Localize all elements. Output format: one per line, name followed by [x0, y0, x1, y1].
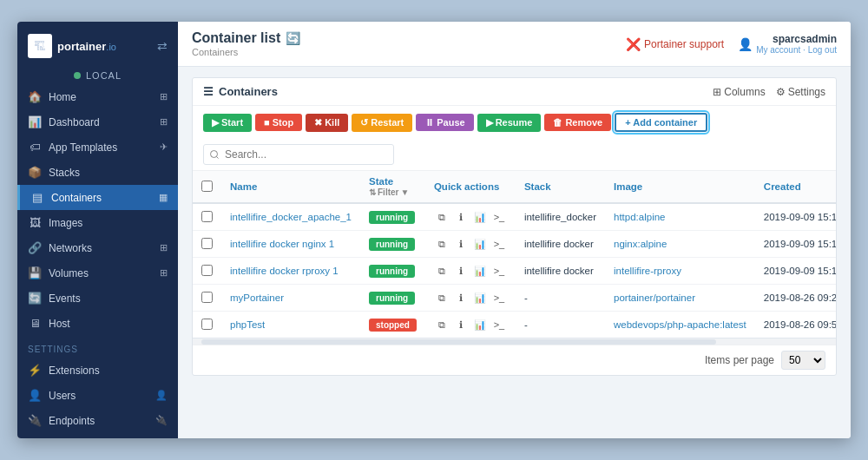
sidebar: 🏗 portainer.io ⇄ LOCAL 🏠 Home ⊞ 📊 Dashbo…	[17, 22, 178, 438]
info-icon[interactable]: ℹ	[453, 209, 469, 225]
container-name-link[interactable]: phpTest	[230, 319, 265, 330]
sidebar-item-stacks[interactable]: 📦 Stacks	[17, 160, 178, 185]
columns-button[interactable]: ⊞ Columns	[713, 86, 765, 98]
sidebar-item-registries[interactable]: 📋 Registries ▦	[17, 433, 178, 438]
row-quick-actions: ⧉ ℹ 📊 >_	[425, 203, 516, 231]
table-row: intellifire_docker_apache_1 running ⧉ ℹ …	[193, 203, 836, 231]
row-checkbox[interactable]	[201, 265, 213, 276]
sidebar-item-containers[interactable]: ▤ Containers ▦	[17, 185, 178, 210]
stats-icon[interactable]: 📊	[472, 209, 488, 225]
stats-icon[interactable]: 📊	[472, 236, 488, 252]
content-area: ☰ Containers ⊞ Columns ⚙ Settings	[178, 67, 851, 438]
row-created: 2019-08-26 09:21:	[755, 285, 836, 312]
image-link[interactable]: httpd:alpine	[614, 212, 665, 222]
row-state: running	[360, 285, 425, 312]
row-checkbox[interactable]	[201, 292, 213, 303]
stop-button[interactable]: ■ Stop	[255, 114, 302, 131]
sidebar-toggle-icon[interactable]: ⇄	[157, 39, 168, 53]
row-checkbox[interactable]	[201, 319, 213, 330]
pause-icon: ⏸	[424, 117, 434, 128]
container-name-link[interactable]: intellifire docker rproxy 1	[230, 266, 339, 276]
sidebar-item-users[interactable]: 👤 Users 👤	[17, 383, 178, 408]
my-account-text[interactable]: My account	[756, 45, 800, 55]
kill-button[interactable]: ✖ Kill	[306, 114, 348, 132]
stats-icon[interactable]: 📊	[472, 317, 488, 332]
support-button[interactable]: ❌ Portainer support	[626, 37, 724, 51]
restart-button[interactable]: ↺ Restart	[352, 114, 412, 132]
row-checkbox-cell	[193, 203, 221, 231]
search-input[interactable]	[203, 144, 394, 165]
sidebar-item-images[interactable]: 🖼 Images	[17, 210, 178, 235]
row-created: 2019-08-26 09:59	[755, 312, 836, 338]
th-stack: Stack	[516, 171, 605, 203]
local-status-dot	[74, 72, 81, 79]
start-button[interactable]: ▶ Start	[203, 114, 252, 132]
logo[interactable]: 🏗 portainer.io ⇄	[17, 22, 178, 67]
items-per-page-label: Items per page	[705, 354, 774, 366]
sidebar-item-extensions[interactable]: ⚡ Extensions	[17, 358, 178, 383]
row-stack: intellifire docker	[516, 231, 605, 258]
stats-icon[interactable]: 📊	[472, 263, 488, 279]
image-link[interactable]: webdevops/php-apache:latest	[614, 319, 746, 330]
stats-icon[interactable]: 📊	[472, 290, 488, 306]
topbar-left: Container list 🔄 Containers	[192, 30, 300, 57]
columns-icon: ⊞	[713, 86, 721, 98]
main-content: Container list 🔄 Containers ❌ Portainer …	[178, 22, 851, 438]
select-all-checkbox[interactable]	[201, 181, 213, 192]
log-out-text[interactable]: Log out	[808, 45, 837, 55]
info-icon[interactable]: ℹ	[453, 317, 469, 332]
sidebar-item-networks[interactable]: 🔗 Networks ⊞	[17, 235, 178, 260]
pause-button[interactable]: ⏸ Pause	[416, 114, 473, 131]
remove-button[interactable]: 🗑 Remove	[544, 114, 611, 131]
sidebar-item-app-templates[interactable]: 🏷 App Templates ✈	[17, 135, 178, 160]
list-icon: ☰	[203, 85, 214, 98]
terminal-icon[interactable]: >_	[491, 236, 507, 252]
volumes-icon: 💾	[28, 266, 42, 279]
add-container-button[interactable]: + Add container	[615, 113, 707, 132]
copy-icon[interactable]: ⧉	[434, 236, 450, 252]
panel-header: ☰ Containers ⊞ Columns ⚙ Settings	[193, 78, 836, 106]
username: sparcsadmin	[773, 33, 837, 45]
info-icon[interactable]: ℹ	[453, 263, 469, 279]
copy-icon[interactable]: ⧉	[434, 317, 450, 332]
sidebar-item-events[interactable]: 🔄 Events	[17, 286, 178, 311]
th-name[interactable]: Name	[221, 171, 360, 203]
terminal-icon[interactable]: >_	[491, 209, 507, 225]
local-badge: LOCAL	[17, 67, 178, 84]
container-name-link[interactable]: intellifire docker nginx 1	[230, 239, 334, 249]
user-menu[interactable]: 👤 sparcsadmin My account · Log out	[738, 33, 837, 55]
terminal-icon[interactable]: >_	[491, 290, 507, 306]
image-link[interactable]: intellifire-rproxy	[614, 266, 681, 276]
row-checkbox[interactable]	[201, 238, 213, 249]
th-state[interactable]: State ⇅ Filter ▼	[360, 171, 425, 203]
terminal-icon[interactable]: >_	[491, 317, 507, 332]
sidebar-item-dashboard[interactable]: 📊 Dashboard ⊞	[17, 109, 178, 135]
image-link[interactable]: portainer/portainer	[614, 292, 695, 303]
info-icon[interactable]: ℹ	[453, 290, 469, 306]
container-name-link[interactable]: myPortainer	[230, 292, 284, 303]
resume-button[interactable]: ▶ Resume	[477, 114, 542, 132]
sidebar-item-host[interactable]: 🖥 Host	[17, 311, 178, 336]
copy-icon[interactable]: ⧉	[434, 263, 450, 279]
terminal-icon[interactable]: >_	[491, 263, 507, 279]
image-link[interactable]: nginx:alpine	[614, 239, 667, 249]
filter-icon: ▼	[400, 187, 409, 197]
host-icon: 🖥	[28, 317, 42, 330]
sidebar-item-label: Volumes	[49, 267, 89, 279]
copy-icon[interactable]: ⧉	[434, 290, 450, 306]
sidebar-item-volumes[interactable]: 💾 Volumes ⊞	[17, 260, 178, 286]
sidebar-item-endpoints[interactable]: 🔌 Endpoints 🔌	[17, 408, 178, 433]
th-image: Image	[605, 171, 755, 203]
app-templates-right-icon: ✈	[160, 141, 168, 153]
info-icon[interactable]: ℹ	[453, 236, 469, 252]
settings-button[interactable]: ⚙ Settings	[776, 86, 825, 98]
table-row: intellifire docker nginx 1 running ⧉ ℹ 📊…	[193, 231, 836, 258]
horizontal-scrollbar[interactable]	[193, 338, 836, 345]
copy-icon[interactable]: ⧉	[434, 209, 450, 225]
container-name-link[interactable]: intellifire_docker_apache_1	[230, 212, 352, 222]
sidebar-item-home[interactable]: 🏠 Home ⊞	[17, 84, 178, 109]
items-per-page-select[interactable]: 50 25 100	[781, 351, 825, 370]
refresh-icon[interactable]: 🔄	[286, 31, 300, 45]
row-checkbox[interactable]	[201, 211, 213, 222]
restart-icon: ↺	[360, 117, 368, 128]
